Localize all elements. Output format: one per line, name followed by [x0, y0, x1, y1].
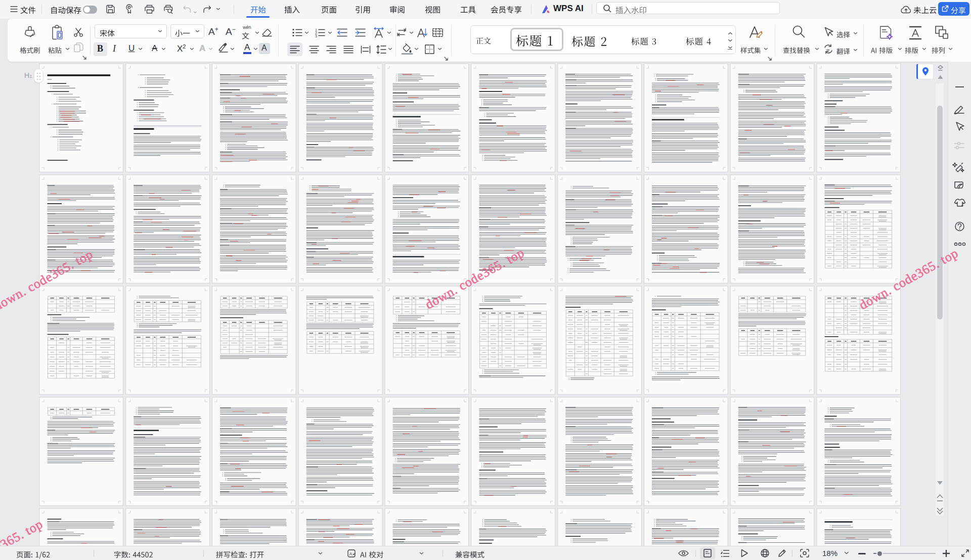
svg-text:A: A — [349, 551, 352, 556]
